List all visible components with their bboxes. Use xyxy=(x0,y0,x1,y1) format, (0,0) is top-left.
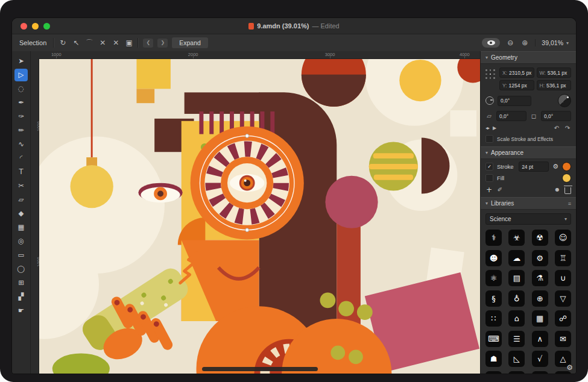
library-icon-institution[interactable]: ♖ xyxy=(555,250,571,266)
library-icon-graduation-cap[interactable]: ∧ xyxy=(532,331,548,347)
library-icon-scientist[interactable]: ☺ xyxy=(555,230,571,246)
stroke-settings-gear-icon[interactable]: ⚙ xyxy=(552,163,558,171)
preview-toggle[interactable] xyxy=(482,38,500,48)
tool-ellipse-tool[interactable]: ◯ xyxy=(14,263,28,275)
scale-stroke-checkbox[interactable] xyxy=(485,135,493,143)
library-icon-observatory[interactable]: ◠ xyxy=(485,371,502,374)
width-field[interactable]: W:536,1 px xyxy=(537,67,572,78)
library-icon-brain[interactable]: ☁ xyxy=(508,250,525,266)
library-icon-virus[interactable]: ☣ xyxy=(508,230,525,246)
panel-settings-gear-icon[interactable]: ⚙ xyxy=(566,363,573,372)
tool-node-tool[interactable]: ▷ xyxy=(14,69,28,81)
tool-move-tool[interactable]: ➤ xyxy=(14,55,28,67)
stroke-width-field[interactable]: 24 pt xyxy=(519,161,549,172)
library-icon-robot[interactable]: ☗ xyxy=(485,351,502,367)
add-style-button[interactable]: + xyxy=(485,186,493,194)
color-dot-icon[interactable]: ● xyxy=(554,187,561,192)
corner-radius-field[interactable]: 0,0° xyxy=(541,111,571,121)
tool-scissors-tool[interactable]: ✂ xyxy=(14,180,28,192)
toolbar-icon-arc-handle[interactable]: ⌒ xyxy=(85,38,93,48)
library-icon-gears[interactable]: ⚙ xyxy=(532,250,548,266)
rotate-ccw-icon[interactable]: ↶ xyxy=(553,125,560,131)
library-icon-globe[interactable]: ⊕ xyxy=(532,290,548,307)
tool-node-pen-tool[interactable]: ✑ xyxy=(14,110,28,123)
tool-hand-tool[interactable]: ☛ xyxy=(14,304,28,317)
trash-icon[interactable] xyxy=(564,187,571,194)
library-icon-atom[interactable]: ⚛ xyxy=(485,270,502,286)
zoom-out-icon[interactable]: ⊖ xyxy=(506,39,514,47)
document-icon xyxy=(248,23,254,30)
x-position-field[interactable]: X:2310,5 px xyxy=(499,67,534,78)
library-icon-ruler[interactable]: ◺ xyxy=(508,351,525,367)
insert-behind-button[interactable]: ❮ xyxy=(143,39,153,48)
tool-corner-tool[interactable]: ◜ xyxy=(14,152,28,164)
tool-brush-tool[interactable]: ∿ xyxy=(14,138,28,151)
rotation-dial[interactable] xyxy=(558,94,571,107)
library-icon-notebook[interactable]: ▦ xyxy=(532,310,548,327)
tool-eraser-tool[interactable]: ▱ xyxy=(14,193,28,206)
library-icon-lab-goggles[interactable]: ☻ xyxy=(485,250,502,266)
library-icon-certificate[interactable]: ✉ xyxy=(555,331,571,347)
zoom-in-icon[interactable]: ⊕ xyxy=(520,39,529,47)
zoom-level-dropdown[interactable]: 39,01% ▾ xyxy=(535,39,569,46)
library-icon-dominoes[interactable]: ⠿ xyxy=(532,371,548,374)
shear-field[interactable]: 0,0° xyxy=(496,111,526,121)
library-icon-globe-stand[interactable]: ♁ xyxy=(508,290,525,307)
library-icon-test-tube[interactable]: ∪ xyxy=(555,270,571,286)
fill-color-swatch[interactable] xyxy=(562,174,571,183)
library-icon-thermometer[interactable]: ⚕ xyxy=(485,230,502,246)
library-icon-grid: ⚕☣☢☺☻☁⚙♖⚛▤⚗∪§♁⊕▽∷⌂▦☍⌨☰∧✉☗◺√△◠✎⠿⊞ xyxy=(485,230,571,374)
brush-icon[interactable]: ✐ xyxy=(496,186,504,193)
library-icon-ledger[interactable]: ☰ xyxy=(508,331,525,347)
flip-vertical-icon[interactable]: ▶ xyxy=(493,125,496,131)
tool-pencil-tool[interactable]: ✏ xyxy=(14,124,28,137)
toolbar-icon-snapping-options[interactable]: ▣ xyxy=(125,39,133,47)
right-panel: ▾ Geometry X:2310,5 px W:536,1 px Y:1254… xyxy=(480,51,576,374)
appearance-section-header[interactable]: ▾ Appearance xyxy=(481,146,576,159)
flip-horizontal-icon[interactable]: ◂▸ xyxy=(485,125,489,131)
library-icon-pill-grid[interactable]: ∷ xyxy=(485,310,502,327)
stroke-color-swatch[interactable] xyxy=(562,162,571,171)
library-select[interactable]: Science ▾ xyxy=(485,213,571,225)
toolbar-icon-snap-to-node[interactable]: ✕ xyxy=(98,39,107,47)
library-icon-chart[interactable]: ▤ xyxy=(508,270,525,286)
stroke-checkbox[interactable]: ✓ xyxy=(485,163,493,171)
horizontal-scrollbar[interactable] xyxy=(202,367,318,371)
rotate-cw-icon[interactable]: ↷ xyxy=(564,125,571,131)
library-icon-erlenmeyer-flask[interactable]: ▽ xyxy=(555,290,571,307)
library-icon-flask[interactable]: ⚗ xyxy=(532,270,548,286)
insert-front-button[interactable]: ❯ xyxy=(157,39,168,48)
libraries-section-header[interactable]: ▾ Libraries ≡ xyxy=(481,197,576,210)
libraries-menu-icon[interactable]: ≡ xyxy=(568,201,571,207)
toolbar-icon-precise-select[interactable]: ↖ xyxy=(72,39,80,47)
library-icon-bacteria[interactable]: ☢ xyxy=(532,230,548,246)
library-icon-computer[interactable]: ⌨ xyxy=(485,331,502,347)
tool-rectangle-tool[interactable]: ▭ xyxy=(14,249,28,261)
library-icon-dna[interactable]: § xyxy=(485,290,502,307)
corner-radius-icon: ◻ xyxy=(530,113,537,119)
toolbar-icon-snap-to-geometry[interactable]: ✕ xyxy=(112,39,120,47)
geometry-section-header[interactable]: ▾ Geometry xyxy=(481,51,576,64)
context-label: Selection xyxy=(19,39,46,46)
tool-pen-tool[interactable]: ✒ xyxy=(14,96,28,109)
library-icon-microscope[interactable]: ☍ xyxy=(555,310,571,327)
tool-zoom-tool[interactable]: ◎ xyxy=(14,235,28,248)
library-icon-museum[interactable]: ⌂ xyxy=(508,310,525,327)
expand-button[interactable]: Expand xyxy=(172,37,208,48)
toolbar-icon-rotate-cursor[interactable]: ↻ xyxy=(58,39,67,47)
chevron-down-icon: ▾ xyxy=(485,150,488,155)
tool-text-tool[interactable]: T xyxy=(14,166,28,178)
transform-anchor-widget[interactable] xyxy=(485,69,496,80)
tool-mesh-tool[interactable]: ▦ xyxy=(14,221,28,234)
library-icon-square-root[interactable]: √ xyxy=(532,351,548,367)
rotation-field[interactable]: 0,0° xyxy=(498,96,531,106)
tool-fill-tool[interactable]: ◆ xyxy=(14,207,28,220)
height-field[interactable]: H:536,1 px xyxy=(537,80,572,90)
library-icon-pencil-pad[interactable]: ✎ xyxy=(508,371,525,374)
canvas[interactable] xyxy=(39,59,480,374)
tool-lasso-tool[interactable]: ◌ xyxy=(14,83,28,95)
fill-checkbox[interactable] xyxy=(485,174,493,182)
tool-slice-tool[interactable]: ▞ xyxy=(14,290,28,303)
tool-grid-tool[interactable]: ⊞ xyxy=(14,277,28,289)
y-position-field[interactable]: Y:1254 px xyxy=(499,80,534,90)
